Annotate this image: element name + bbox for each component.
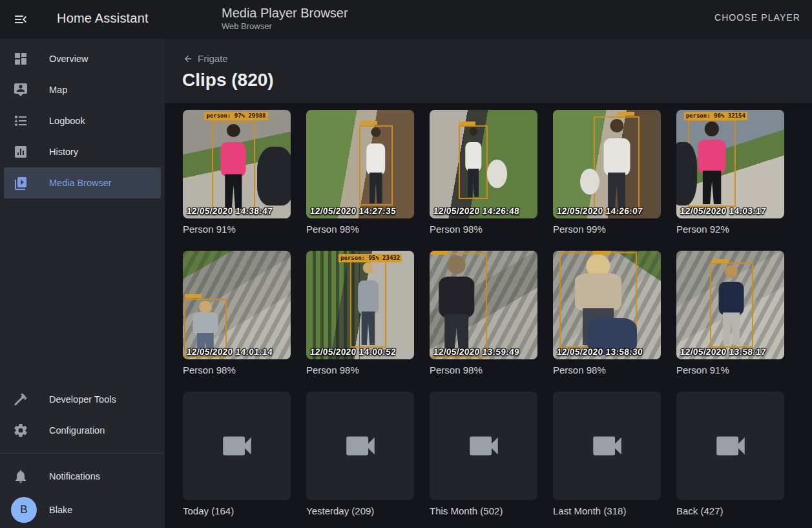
video-camera-icon [342,427,379,465]
page-title: Media Player Browser [222,6,348,21]
sidebar-item-label: Overview [49,54,88,64]
folder-card[interactable]: This Month (502) [430,392,537,516]
clip-card[interactable]: person: 97% 29988 12/05/2020 14:38:47 Pe… [183,110,291,235]
sidebar-item-label: Configuration [49,425,105,436]
clip-caption: Person 99% [553,224,661,235]
clip-caption: Person 98% [306,364,414,375]
avatar: B [11,497,37,523]
timestamp-overlay: 12/05/2020 13:59:49 [433,347,519,357]
scene-prop [580,169,599,195]
scene-prop [487,160,508,188]
page-subtitle: Web Browser [222,21,272,31]
video-camera-icon [218,427,256,465]
clip-thumbnail: person: 97% 29988 12/05/2020 14:38:47 [183,110,291,218]
folder-card[interactable]: Back (427) [676,392,784,516]
clip-card[interactable]: person: 96% 32154 12/05/2020 14:03:17 Pe… [676,110,784,235]
sidebar-item-map[interactable]: Map [4,74,161,105]
detection-chip [360,121,377,125]
folder-thumbnail [306,392,414,500]
clip-caption: Person 98% [430,364,537,375]
clip-caption: Person 98% [553,364,661,375]
folder-card[interactable]: Yesterday (209) [306,392,414,516]
sidebar-item-developer-tools[interactable]: Developer Tools [4,384,161,415]
folder-card[interactable]: Last Month (318) [553,392,661,516]
scene-prop [676,142,697,205]
clip-thumbnail: 12/05/2020 14:27:35 [306,110,414,218]
clip-thumbnail: person: 96% 32154 12/05/2020 14:03:17 [676,110,784,218]
choose-player-button[interactable]: CHOOSE PLAYER [714,12,800,23]
clip-thumbnail: 12/05/2020 14:26:07 [553,110,661,218]
sidebar-item-label: Developer Tools [49,394,116,405]
timestamp-overlay: 12/05/2020 14:00:52 [309,347,396,357]
detection-bounding-box [459,125,488,199]
clip-card[interactable]: 12/05/2020 13:58:30 Person 98% [553,251,661,375]
detection-chip [431,251,448,255]
sidebar-divider [0,453,165,454]
sidebar-item-overview[interactable]: Overview [4,43,161,74]
clip-card[interactable]: 12/05/2020 14:26:07 Person 99% [553,110,661,235]
sidebar-item-notifications[interactable]: Notifications [4,461,161,492]
page-heading: Clips (820) [182,70,274,90]
clip-thumbnail: person: 95% 23432 12/05/2020 14:00:52 [306,251,414,359]
clip-thumbnail: 12/05/2020 14:26:48 [430,110,537,218]
person-figure [711,264,752,346]
clip-card[interactable]: 12/05/2020 14:01:14 Person 98% [183,251,291,375]
clip-card[interactable]: 12/05/2020 14:26:48 Person 98% [430,110,537,235]
sidebar-item-label: Logbook [49,116,85,126]
detection-chip [594,251,610,255]
scene-prop [257,147,291,206]
breadcrumb[interactable]: Frigate [183,53,228,64]
sidebar-item-logbook[interactable]: Logbook [4,105,161,136]
detection-bounding-box [212,121,255,211]
clip-caption: Person 98% [306,224,414,235]
gear-icon [13,423,28,438]
sidebar-item-label: Map [49,85,67,95]
detection-bounding-box [710,262,753,347]
person-figure [595,118,638,211]
sidebar-item-user[interactable]: B Blake [4,492,161,528]
chart-box-icon [13,144,28,160]
person-figure [351,262,384,346]
timestamp-overlay: 12/05/2020 14:26:07 [556,206,643,216]
folder-caption: This Month (502) [430,505,537,516]
clip-card[interactable]: person: 95% 23432 12/05/2020 14:00:52 Pe… [306,251,414,375]
detection-bounding-box [594,116,639,212]
clip-card[interactable]: 12/05/2020 13:59:49 Person 98% [430,251,537,375]
detection-bounding-box [359,125,393,206]
clip-caption: Person 91% [676,364,784,375]
folder-card[interactable]: Today (164) [183,392,291,516]
clip-thumbnail: 12/05/2020 13:58:30 [553,251,661,359]
video-camera-icon [712,427,749,465]
timestamp-overlay: 12/05/2020 13:58:17 [680,347,766,357]
video-camera-icon [465,427,503,465]
sidebar-item-configuration[interactable]: Configuration [4,415,161,446]
clip-thumbnail: 12/05/2020 13:59:49 [430,251,537,359]
detection-chip: person: 96% 32154 [684,112,747,120]
sidebar: Overview Map Logbook History Media Brows… [0,39,165,528]
timestamp-overlay: 12/05/2020 14:01:14 [186,347,273,357]
clip-caption: Person 91% [183,224,291,235]
sidebar-item-media-browser[interactable]: Media Browser [4,167,161,198]
bell-icon [13,469,28,484]
menu-open-icon[interactable] [13,12,28,27]
person-figure [360,127,391,204]
sidebar-item-history[interactable]: History [4,136,161,167]
app-bar: Home Assistant Media Player Browser Web … [0,0,812,39]
detection-chip [618,112,634,116]
detection-chip [185,294,202,298]
clips-grid: person: 97% 29988 12/05/2020 14:38:47 Pe… [183,110,812,516]
timestamp-overlay: 12/05/2020 13:58:30 [556,347,643,357]
person-figure [213,123,254,209]
view-dashboard-icon [13,51,28,67]
timestamp-overlay: 12/05/2020 14:03:17 [680,206,766,216]
clip-card[interactable]: 12/05/2020 14:27:35 Person 98% [306,110,414,235]
folder-thumbnail [676,392,784,500]
video-camera-icon [588,427,626,465]
app-title: Home Assistant [57,11,149,26]
breadcrumb-label: Frigate [198,53,228,64]
clip-card[interactable]: 12/05/2020 13:58:17 Person 91% [676,251,784,375]
detection-bounding-box [350,260,386,347]
play-box-multiple-icon [13,175,28,191]
folder-caption: Today (164) [183,505,291,516]
person-figure [460,127,486,198]
